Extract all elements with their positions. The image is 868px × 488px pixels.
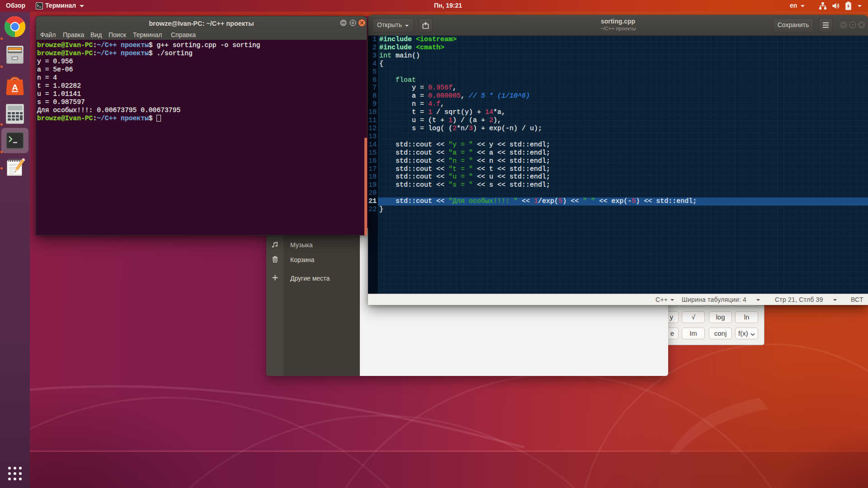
svg-text:A: A xyxy=(12,83,18,92)
